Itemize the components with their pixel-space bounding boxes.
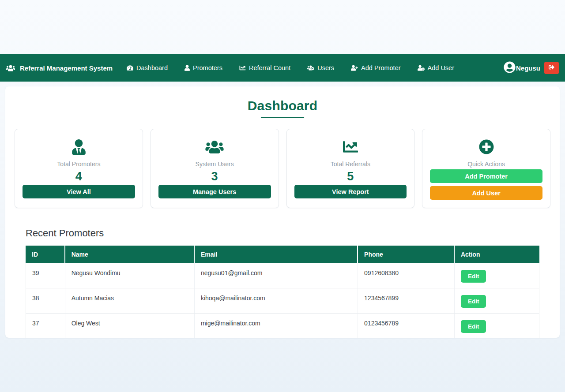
sign-out-icon [548, 64, 555, 71]
card-system-users: System Users 3 Manage Users [151, 129, 279, 208]
nav-item-label: Users [317, 64, 334, 71]
user-icon [185, 65, 190, 71]
gauge-icon [127, 65, 133, 71]
action-cell: Edit [455, 263, 539, 288]
nav-item-add-user[interactable]: Add User [418, 64, 454, 71]
card-total-referrals: Total Referrals 5 View Report [286, 129, 415, 208]
edit-button[interactable]: Edit [461, 320, 486, 333]
manage-users-button[interactable]: Manage Users [158, 185, 271, 198]
card-label: Total Referrals [294, 161, 407, 168]
edit-button[interactable]: Edit [461, 270, 486, 283]
email-cell: kihoqa@mailinator.com [195, 288, 358, 314]
card-value: 4 [23, 168, 135, 185]
user-name: Negusu [516, 64, 540, 72]
table-header-row: ID Name Email Phone Action [26, 246, 539, 263]
nav-item-promoters[interactable]: Promoters [185, 64, 222, 71]
nav-item-label: Add User [428, 64, 454, 71]
nav-menu: Dashboard Promoters Referral Count Users… [127, 64, 454, 71]
nav-item-users[interactable]: Users [307, 64, 334, 71]
top-spacer [0, 0, 565, 54]
email-cell: mige@mailinator.com [195, 314, 358, 338]
nav-item-add-promoter[interactable]: Add Promoter [351, 64, 400, 71]
user-gear-icon [418, 65, 425, 71]
main-content: Dashboard Total Promoters 4 View All Sys… [5, 86, 560, 338]
action-cell: Edit [455, 314, 539, 338]
header-email: Email [195, 246, 358, 263]
user-tie-icon [23, 139, 135, 155]
name-cell: Oleg West [65, 314, 195, 338]
user-plus-icon [351, 65, 358, 71]
title-underline [261, 117, 304, 118]
nav-item-referral-count[interactable]: Referral Count [239, 64, 290, 71]
email-cell: negusu01@gmail.com [195, 263, 358, 288]
phone-cell: 0123456789 [358, 314, 455, 338]
card-value: 5 [294, 168, 407, 185]
table-row: 39 Negusu Wondimu negusu01@gmail.com 091… [26, 263, 539, 288]
table-row: 38 Autumn Macias kihoqa@mailinator.com 1… [26, 288, 539, 314]
card-label: Quick Actions [430, 161, 542, 168]
card-quick-actions: Quick Actions Add Promoter Add User [422, 129, 550, 208]
nav-item-dashboard[interactable]: Dashboard [127, 64, 168, 71]
id-cell: 38 [26, 288, 65, 314]
card-label: Total Promoters [23, 161, 135, 168]
edit-button[interactable]: Edit [461, 295, 486, 308]
section-title: Recent Promoters [26, 228, 539, 239]
add-user-button[interactable]: Add User [430, 186, 542, 200]
users-icon [6, 64, 15, 72]
user-chip[interactable]: Negusu [504, 61, 540, 75]
chart-line-icon [294, 139, 407, 155]
navbar: Referral Management System Dashboard Pro… [0, 54, 565, 82]
quick-actions: Add Promoter Add User [430, 169, 542, 200]
add-promoter-button[interactable]: Add Promoter [430, 169, 542, 183]
card-total-promoters: Total Promoters 4 View All [15, 129, 143, 208]
header-id: ID [26, 246, 65, 263]
logout-button[interactable] [544, 62, 559, 74]
chart-line-icon [239, 65, 246, 71]
nav-item-label: Promoters [193, 64, 222, 71]
header-action: Action [455, 246, 539, 263]
phone-cell: 0912608380 [358, 263, 455, 288]
name-cell: Negusu Wondimu [65, 263, 195, 288]
users-gear-icon [307, 65, 314, 71]
page-title: Dashboard [5, 98, 560, 114]
phone-cell: 1234567899 [358, 288, 455, 314]
recent-promoters-section: Recent Promoters ID Name Email Phone Act… [5, 228, 560, 338]
stats-cards-row: Total Promoters 4 View All System Users … [5, 129, 560, 208]
nav-item-label: Referral Count [249, 64, 290, 71]
table-row: 37 Oleg West mige@mailinator.com 0123456… [26, 314, 539, 338]
promoters-table: ID Name Email Phone Action 39 Negusu Won… [26, 246, 539, 338]
plus-circle-icon [430, 139, 542, 155]
action-cell: Edit [455, 288, 539, 314]
id-cell: 37 [26, 314, 65, 338]
header-phone: Phone [358, 246, 455, 263]
card-label: System Users [158, 161, 271, 168]
card-value: 3 [158, 168, 271, 185]
view-all-button[interactable]: View All [23, 185, 135, 198]
header-name: Name [65, 246, 195, 263]
user-area: Negusu [504, 61, 559, 75]
nav-item-label: Add Promoter [361, 64, 400, 71]
user-circle-icon [504, 61, 516, 75]
brand[interactable]: Referral Management System [6, 64, 113, 72]
brand-label: Referral Management System [20, 64, 113, 72]
name-cell: Autumn Macias [65, 288, 195, 314]
users-icon [158, 139, 271, 155]
id-cell: 39 [26, 263, 65, 288]
view-report-button[interactable]: View Report [294, 185, 407, 198]
nav-item-label: Dashboard [136, 64, 168, 71]
